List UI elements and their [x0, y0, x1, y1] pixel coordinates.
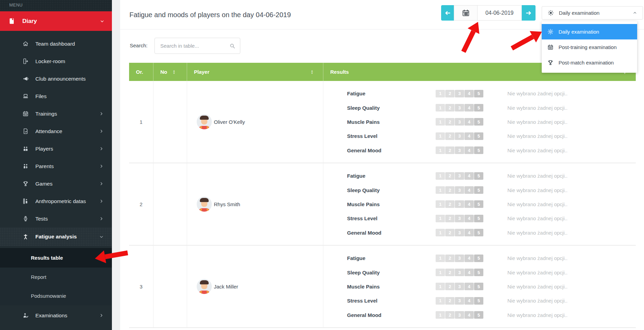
rating-option-4[interactable]: 4 — [464, 186, 474, 194]
rating-option-2[interactable]: 2 — [445, 104, 455, 111]
rating-option-2[interactable]: 2 — [445, 132, 455, 140]
rating-option-1[interactable]: 1 — [436, 132, 445, 140]
rating-option-2[interactable]: 2 — [445, 283, 455, 290]
sidebar-item-fatigue-analysis[interactable]: Fatigue analysis — [0, 227, 112, 246]
rating-option-4[interactable]: 4 — [464, 104, 474, 111]
rating-option-5[interactable]: 5 — [474, 146, 483, 154]
rating-option-4[interactable]: 4 — [464, 146, 474, 154]
rating-option-2[interactable]: 2 — [445, 255, 455, 262]
rating-option-3[interactable]: 3 — [455, 297, 464, 305]
rating-option-3[interactable]: 3 — [455, 215, 464, 222]
rating-option-1[interactable]: 1 — [436, 90, 445, 97]
rating-option-3[interactable]: 3 — [455, 229, 464, 236]
sidebar-item-club-announcements[interactable]: Club announcements — [0, 70, 112, 87]
rating-option-3[interactable]: 3 — [455, 269, 464, 276]
rating-option-2[interactable]: 2 — [445, 172, 455, 180]
rating-option-1[interactable]: 1 — [436, 229, 445, 236]
rating-option-5[interactable]: 5 — [474, 311, 483, 319]
calendar-button[interactable] — [454, 5, 477, 21]
rating-option-4[interactable]: 4 — [464, 311, 474, 319]
rating-option-4[interactable]: 4 — [464, 215, 474, 222]
rating-option-2[interactable]: 2 — [445, 229, 455, 236]
sidebar-item-anthropometric-datas[interactable]: Anthropometric datas — [0, 192, 112, 210]
rating-option-5[interactable]: 5 — [474, 104, 483, 111]
previous-day-button[interactable] — [441, 5, 454, 21]
sidebar-item-games[interactable]: Games — [0, 175, 112, 192]
rating-option-5[interactable]: 5 — [474, 200, 483, 208]
rating-option-2[interactable]: 2 — [445, 311, 455, 319]
rating-option-3[interactable]: 3 — [455, 172, 464, 180]
rating-option-4[interactable]: 4 — [464, 132, 474, 140]
next-day-button[interactable] — [522, 5, 536, 21]
rating-option-4[interactable]: 4 — [464, 118, 474, 126]
rating-option-5[interactable]: 5 — [474, 172, 483, 180]
rating-option-5[interactable]: 5 — [474, 255, 483, 262]
player-cell[interactable]: Jack Miller — [187, 246, 323, 327]
rating-option-2[interactable]: 2 — [445, 200, 455, 208]
rating-option-5[interactable]: 5 — [474, 283, 483, 290]
column-header-player[interactable]: Player ▲▼ — [187, 63, 323, 81]
rating-option-3[interactable]: 3 — [455, 283, 464, 290]
sidebar-item-tests[interactable]: Tests — [0, 210, 112, 227]
rating-option-3[interactable]: 3 — [455, 118, 464, 126]
search-input[interactable] — [155, 38, 240, 54]
sidebar-item-attendance[interactable]: Attendance — [0, 122, 112, 140]
rating-option-3[interactable]: 3 — [455, 104, 464, 111]
dropdown-option-post-training-examination[interactable]: Post-training examination — [542, 39, 637, 55]
rating-option-4[interactable]: 4 — [464, 255, 474, 262]
rating-option-5[interactable]: 5 — [474, 132, 483, 140]
sidebar-item-examinations[interactable]: Examinations — [0, 307, 112, 324]
rating-option-1[interactable]: 1 — [436, 186, 445, 194]
rating-option-2[interactable]: 2 — [445, 297, 455, 305]
rating-option-5[interactable]: 5 — [474, 229, 483, 236]
rating-option-5[interactable]: 5 — [474, 297, 483, 305]
sidebar-item-parents[interactable]: Parents — [0, 157, 112, 175]
rating-option-1[interactable]: 1 — [436, 104, 445, 111]
rating-option-1[interactable]: 1 — [436, 118, 445, 126]
rating-option-4[interactable]: 4 — [464, 90, 474, 97]
rating-option-1[interactable]: 1 — [436, 255, 445, 262]
examination-type-select[interactable]: Daily examination — [542, 6, 643, 20]
rating-option-5[interactable]: 5 — [474, 90, 483, 97]
rating-option-4[interactable]: 4 — [464, 229, 474, 236]
column-header-no[interactable]: No ▲▼ — [153, 63, 187, 81]
rating-option-3[interactable]: 3 — [455, 186, 464, 194]
sidebar-item-team-dashboard[interactable]: Team dashboard — [0, 35, 112, 52]
rating-option-1[interactable]: 1 — [436, 215, 445, 222]
rating-option-4[interactable]: 4 — [464, 297, 474, 305]
sidebar-item-files[interactable]: Files — [0, 87, 112, 105]
sidebar-item-players[interactable]: Players — [0, 140, 112, 157]
rating-option-3[interactable]: 3 — [455, 132, 464, 140]
rating-option-1[interactable]: 1 — [436, 297, 445, 305]
rating-option-1[interactable]: 1 — [436, 172, 445, 180]
rating-option-4[interactable]: 4 — [464, 200, 474, 208]
rating-option-4[interactable]: 4 — [464, 269, 474, 276]
sidebar-subitem-podsumowanie[interactable]: Podsumowanie — [0, 286, 112, 305]
rating-option-1[interactable]: 1 — [436, 269, 445, 276]
sidebar-subitem-results-table[interactable]: Results table — [0, 248, 112, 268]
dropdown-option-daily-examination[interactable]: Daily examination — [542, 24, 637, 39]
rating-option-3[interactable]: 3 — [455, 146, 464, 154]
rating-option-2[interactable]: 2 — [445, 90, 455, 97]
sidebar-item-locker-room[interactable]: Locker-room — [0, 52, 112, 70]
player-cell[interactable]: Oliver O'Kelly — [187, 81, 323, 163]
rating-option-3[interactable]: 3 — [455, 200, 464, 208]
rating-option-4[interactable]: 4 — [464, 172, 474, 180]
sidebar-subitem-report[interactable]: Report — [0, 268, 112, 286]
rating-option-2[interactable]: 2 — [445, 146, 455, 154]
date-input[interactable]: 04-06-2019 — [477, 5, 522, 21]
rating-option-2[interactable]: 2 — [445, 186, 455, 194]
rating-option-1[interactable]: 1 — [436, 311, 445, 319]
rating-option-2[interactable]: 2 — [445, 118, 455, 126]
rating-option-3[interactable]: 3 — [455, 90, 464, 97]
sidebar-item-diary[interactable]: Diary — [0, 11, 112, 31]
rating-option-2[interactable]: 2 — [445, 269, 455, 276]
rating-option-3[interactable]: 3 — [455, 255, 464, 262]
rating-option-3[interactable]: 3 — [455, 311, 464, 319]
sidebar-item-trainings[interactable]: Trainings — [0, 105, 112, 122]
dropdown-option-post-match-examination[interactable]: Post-match examination — [542, 55, 637, 70]
rating-option-5[interactable]: 5 — [474, 118, 483, 126]
rating-option-1[interactable]: 1 — [436, 146, 445, 154]
rating-option-5[interactable]: 5 — [474, 269, 483, 276]
rating-option-2[interactable]: 2 — [445, 215, 455, 222]
